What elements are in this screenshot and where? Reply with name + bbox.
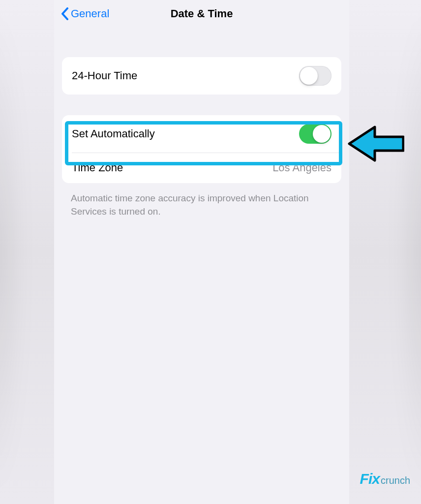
- navbar: General Date & Time: [54, 0, 349, 28]
- switch-knob: [300, 67, 318, 85]
- row-value: Los Angeles: [272, 161, 331, 174]
- switch-set-automatically[interactable]: [299, 124, 331, 144]
- row-label: Set Automatically: [72, 127, 155, 140]
- row-24-hour-time[interactable]: 24-Hour Time: [62, 57, 341, 94]
- row-time-zone[interactable]: Time Zone Los Angeles: [62, 153, 341, 183]
- switch-knob: [313, 125, 331, 143]
- page-title: Date & Time: [171, 7, 233, 20]
- settings-screen: General Date & Time 24-Hour Time Set Aut…: [54, 0, 349, 504]
- switch-24-hour[interactable]: [299, 66, 331, 86]
- row-label: 24-Hour Time: [72, 69, 137, 82]
- watermark: Fixcrunch: [360, 471, 410, 487]
- back-button[interactable]: General: [61, 0, 109, 28]
- group-auto-timezone: Set Automatically Time Zone Los Angeles: [62, 115, 341, 183]
- watermark-suffix: crunch: [381, 475, 410, 486]
- row-label: Time Zone: [72, 161, 123, 174]
- watermark-brand: Fix: [360, 471, 380, 487]
- footer-note: Automatic time zone accuracy is improved…: [71, 192, 332, 218]
- row-set-automatically[interactable]: Set Automatically: [62, 115, 341, 153]
- annotation-arrow-icon: [345, 124, 404, 163]
- back-label: General: [71, 7, 109, 20]
- group-24-hour: 24-Hour Time: [62, 57, 341, 94]
- chevron-left-icon: [61, 7, 69, 20]
